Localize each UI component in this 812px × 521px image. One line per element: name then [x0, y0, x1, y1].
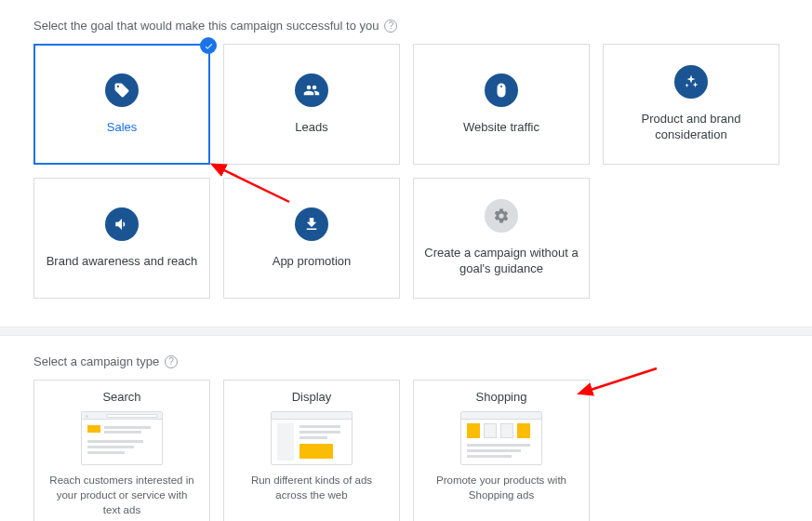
- goal-label: Product and brand consideration: [613, 112, 769, 143]
- mouse-icon: [485, 73, 518, 107]
- goal-header: Select the goal that would make this cam…: [33, 19, 779, 33]
- help-icon[interactable]: ?: [165, 355, 178, 368]
- annotation-arrow: [580, 363, 664, 403]
- goal-grid: Sales Leads Website traffic Product and …: [33, 44, 779, 299]
- shopping-preview-icon: [460, 411, 542, 465]
- type-header-text: Select a campaign type: [33, 354, 159, 368]
- goal-header-text: Select the goal that would make this cam…: [33, 19, 379, 33]
- type-section: Select a campaign type ? Search Reach cu…: [0, 336, 812, 521]
- type-title: Shopping: [476, 390, 527, 404]
- goal-label: Brand awareness and reach: [47, 254, 198, 270]
- check-icon: [200, 37, 217, 54]
- goal-label: Website traffic: [463, 120, 539, 136]
- display-preview-icon: [271, 411, 353, 465]
- goal-card-no-goal[interactable]: Create a campaign without a goal's guida…: [413, 178, 590, 299]
- goal-card-brand-awareness[interactable]: Brand awareness and reach: [33, 178, 210, 299]
- type-title: Search: [102, 390, 140, 404]
- search-preview-icon: [81, 411, 163, 465]
- type-card-shopping[interactable]: Shopping Promote your products with Shop…: [413, 380, 590, 521]
- goal-card-leads[interactable]: Leads: [223, 44, 400, 165]
- section-divider: [0, 327, 812, 336]
- svg-line-1: [588, 368, 657, 391]
- goal-label: Create a campaign without a goal's guida…: [423, 246, 579, 277]
- goal-card-sales[interactable]: Sales: [33, 44, 210, 165]
- goal-card-app-promotion[interactable]: App promotion: [223, 178, 400, 299]
- megaphone-icon: [105, 207, 139, 241]
- goal-label: Sales: [107, 120, 138, 136]
- type-grid: Search Reach customers interested in you…: [33, 380, 779, 521]
- people-icon: [295, 73, 328, 107]
- type-desc: Run different kinds of ads across the we…: [237, 473, 386, 502]
- download-icon: [295, 207, 328, 241]
- tag-icon: [105, 73, 139, 107]
- type-card-display[interactable]: Display Run different kinds of ads acros…: [223, 380, 400, 521]
- help-icon[interactable]: ?: [384, 20, 397, 33]
- sparkle-icon: [674, 65, 708, 99]
- type-header: Select a campaign type ?: [33, 354, 779, 368]
- goal-card-website-traffic[interactable]: Website traffic: [413, 44, 590, 165]
- type-desc: Promote your products with Shopping ads: [427, 473, 576, 502]
- goal-label: App promotion: [273, 254, 352, 270]
- type-card-search[interactable]: Search Reach customers interested in you…: [33, 380, 210, 521]
- type-desc: Reach customers interested in your produ…: [47, 473, 196, 517]
- goal-card-product-brand[interactable]: Product and brand consideration: [603, 44, 779, 165]
- gear-icon: [485, 199, 518, 233]
- goal-section: Select the goal that would make this cam…: [0, 0, 812, 308]
- goal-label: Leads: [295, 120, 327, 136]
- type-title: Display: [292, 390, 332, 404]
